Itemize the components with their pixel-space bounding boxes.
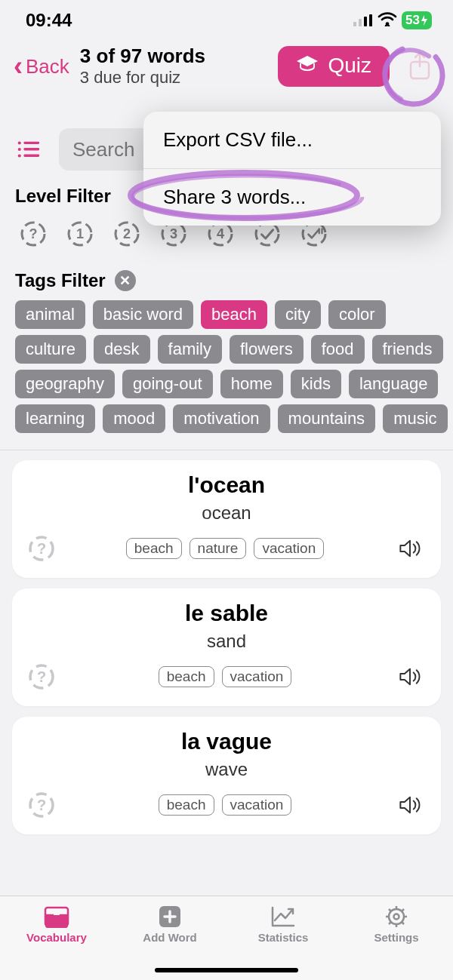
speak-button[interactable] (394, 789, 426, 821)
battery-badge: 53 (402, 11, 432, 29)
divider (0, 450, 453, 450)
svg-point-6 (18, 141, 21, 144)
chevron-left-icon: ‹ (14, 53, 23, 80)
menu-share-words[interactable]: Share 3 words... (143, 169, 441, 226)
word-list: l'oceanocean?beachnaturevacationle sable… (0, 460, 453, 834)
tag-beach[interactable]: beach (201, 300, 267, 329)
tab-bar: Vocabulary Add Word Statistics Settings (0, 896, 453, 980)
plus-square-icon (156, 904, 184, 929)
tag-motivation[interactable]: motivation (173, 404, 270, 433)
svg-text:?: ? (37, 797, 46, 813)
svg-line-45 (389, 909, 391, 911)
svg-text:4: 4 (217, 226, 224, 241)
svg-text:3: 3 (170, 226, 177, 241)
battery-percent: 53 (405, 13, 420, 28)
svg-rect-11 (23, 155, 39, 157)
speak-button[interactable] (394, 661, 426, 693)
chart-icon (269, 904, 297, 929)
menu-export-csv[interactable]: Export CSV file... (143, 112, 441, 168)
sort-button[interactable] (12, 136, 45, 163)
tag-city[interactable]: city (275, 300, 321, 329)
word-tag: nature (190, 538, 247, 559)
page-subtitle: 3 due for quiz (80, 68, 270, 88)
svg-rect-9 (23, 148, 39, 150)
svg-text:?: ? (37, 540, 46, 557)
quiz-button[interactable]: Quiz (278, 46, 390, 87)
word-tag: vacation (222, 666, 292, 687)
page-title: 3 of 97 words (80, 45, 270, 68)
svg-rect-2 (364, 17, 367, 26)
status-time: 09:44 (26, 10, 72, 31)
svg-text:?: ? (29, 226, 38, 241)
tag-culture[interactable]: culture (15, 335, 86, 364)
speaker-icon (399, 664, 421, 690)
tag-geography[interactable]: geography (15, 370, 115, 398)
share-menu: Export CSV file... Share 3 words... (143, 112, 441, 226)
word-card[interactable]: la vaguewave?beachvacation (12, 717, 441, 834)
tab-vocabulary[interactable]: Vocabulary (0, 896, 113, 980)
svg-text:2: 2 (123, 226, 131, 241)
svg-text:1: 1 (76, 226, 84, 241)
clear-tags-button[interactable]: ✕ (115, 270, 136, 291)
tag-mood[interactable]: mood (103, 404, 165, 433)
tag-flowers[interactable]: flowers (230, 335, 304, 364)
svg-line-48 (402, 909, 404, 911)
svg-rect-1 (359, 19, 362, 26)
word-term: le sable (27, 601, 426, 626)
tag-home[interactable]: home (220, 370, 283, 398)
tag-going-out[interactable]: going-out (122, 370, 213, 398)
word-translation: wave (27, 759, 426, 780)
word-tag: beach (126, 538, 182, 559)
tag-desk[interactable]: desk (94, 335, 149, 364)
word-card[interactable]: le sablesand?beachvacation (12, 588, 441, 706)
tag-food[interactable]: food (311, 335, 365, 364)
word-translation: sand (27, 631, 426, 652)
tag-language[interactable]: language (349, 370, 439, 398)
cellular-icon (353, 10, 373, 31)
word-translation: ocean (27, 502, 426, 524)
svg-line-47 (389, 922, 391, 924)
tab-label: Vocabulary (26, 931, 87, 944)
svg-rect-3 (369, 14, 372, 26)
tags-filter: Tags Filter ✕ animalbasic wordbeachcityc… (0, 270, 453, 439)
gear-icon (382, 904, 411, 929)
level-filter-1[interactable]: 1 (62, 216, 98, 252)
inbox-icon (42, 904, 71, 929)
level-filter-?[interactable]: ? (15, 216, 51, 252)
word-tag: beach (159, 794, 214, 816)
word-card[interactable]: l'oceanocean?beachnaturevacation (12, 460, 441, 578)
quiz-label: Quiz (328, 54, 371, 78)
tab-label: Add Word (143, 931, 196, 944)
tag-color[interactable]: color (328, 300, 386, 329)
svg-point-8 (18, 148, 21, 151)
svg-rect-36 (45, 908, 68, 915)
tag-family[interactable]: family (158, 335, 222, 364)
tag-basic-word[interactable]: basic word (93, 300, 193, 329)
svg-rect-0 (353, 22, 356, 26)
status-bar: 09:44 53 (0, 0, 453, 41)
tag-mountains[interactable]: mountains (278, 404, 376, 433)
word-tag: vacation (254, 538, 324, 559)
tags-filter-label: Tags Filter (15, 270, 106, 291)
word-term: la vague (27, 729, 426, 754)
close-icon: ✕ (119, 272, 131, 289)
share-icon (408, 51, 432, 81)
title-block: 3 of 97 words 3 due for quiz (80, 45, 270, 88)
tag-kids[interactable]: kids (291, 370, 341, 398)
svg-line-46 (402, 922, 404, 924)
level-filter-2[interactable]: 2 (109, 216, 145, 252)
speak-button[interactable] (394, 533, 426, 564)
tag-animal[interactable]: animal (15, 300, 85, 329)
svg-point-10 (18, 154, 21, 157)
word-tag: vacation (222, 794, 292, 816)
back-button[interactable]: ‹ Back (14, 53, 74, 80)
tab-label: Statistics (258, 931, 309, 944)
share-button[interactable] (399, 45, 441, 88)
tag-music[interactable]: music (383, 404, 447, 433)
list-icon (17, 140, 41, 159)
word-level-icon: ? (27, 662, 56, 691)
tab-settings[interactable]: Settings (340, 896, 453, 980)
tag-learning[interactable]: learning (15, 404, 95, 433)
tag-friends[interactable]: friends (372, 335, 443, 364)
svg-text:?: ? (37, 668, 46, 685)
